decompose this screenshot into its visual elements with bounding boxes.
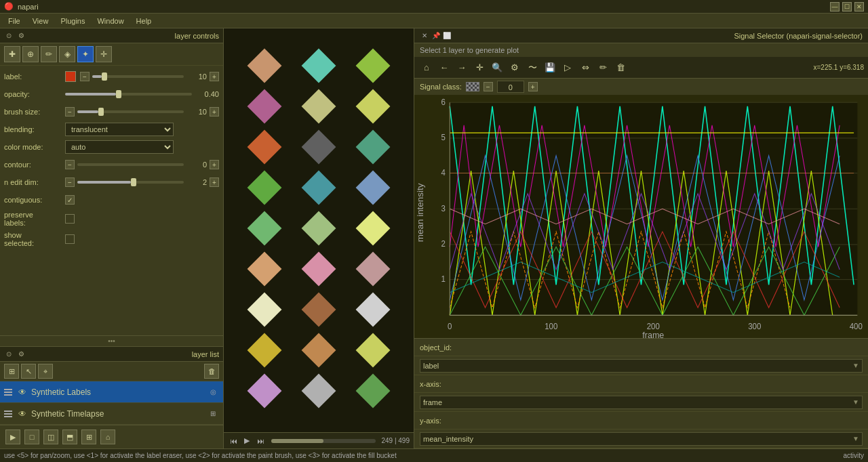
contiguous-label: contiguous: bbox=[4, 196, 65, 204]
x-axis-value-row: frame ▼ bbox=[414, 393, 868, 412]
label-plus[interactable]: + bbox=[210, 72, 219, 81]
brush-size-slider-track[interactable] bbox=[77, 110, 184, 113]
svg-rect-12 bbox=[302, 171, 336, 205]
layer-list-icon2[interactable]: ⚙ bbox=[16, 350, 26, 359]
menu-plugins[interactable]: Plugins bbox=[55, 16, 90, 26]
svg-text:300: 300 bbox=[748, 321, 762, 331]
x-axis-row: x-axis: bbox=[414, 375, 868, 393]
sig-draw-btn[interactable]: ✏ bbox=[595, 60, 611, 76]
layer-visibility-icon[interactable]: 👁 bbox=[16, 386, 28, 398]
label-color-swatch[interactable] bbox=[65, 71, 76, 82]
menu-file[interactable]: File bbox=[3, 16, 26, 26]
color-mode-select[interactable]: auto direct bbox=[65, 140, 174, 154]
brush-size-minus[interactable]: − bbox=[65, 107, 75, 117]
svg-text:2: 2 bbox=[441, 239, 446, 249]
svg-rect-11 bbox=[302, 130, 336, 165]
signal-class-row: Signal class: − 0 + bbox=[414, 79, 868, 95]
minimize-button[interactable]: — bbox=[830, 2, 840, 12]
contour-slider-track[interactable] bbox=[77, 163, 184, 166]
sig-settings-btn[interactable]: ⚙ bbox=[507, 60, 523, 76]
app-icon: 🔴 bbox=[4, 2, 14, 11]
signal-pin-icon[interactable]: 📌 bbox=[432, 32, 440, 39]
go-end-btn[interactable]: ⏭ bbox=[255, 436, 266, 446]
object-id-dropdown[interactable]: label ▼ bbox=[420, 359, 863, 373]
menu-window[interactable]: Window bbox=[92, 16, 129, 26]
contour-plus[interactable]: + bbox=[210, 160, 219, 169]
blending-row: blending: translucent opaque additive bbox=[4, 123, 219, 136]
menu-view[interactable]: View bbox=[27, 16, 54, 26]
opacity-label: opacity: bbox=[4, 90, 65, 98]
x-axis-dropdown[interactable]: frame ▼ bbox=[420, 396, 863, 409]
y-axis-dropdown[interactable]: mean_intensity ▼ bbox=[420, 432, 863, 446]
layer-item-synthetic-labels[interactable]: 👁 Synthetic Labels ◎ bbox=[0, 381, 223, 403]
layer-item-synthetic-timelapse[interactable]: 👁 Synthetic Timelapse ⊞ bbox=[0, 403, 223, 425]
object-id-value-row: label ▼ bbox=[414, 356, 868, 375]
menu-help[interactable]: Help bbox=[131, 16, 157, 26]
sig-pan-btn[interactable]: ✛ bbox=[471, 60, 488, 76]
console-btn[interactable]: ▶ bbox=[5, 429, 20, 444]
n-edit-dim-slider-track[interactable] bbox=[77, 181, 184, 184]
blending-select[interactable]: translucent opaque additive bbox=[65, 123, 174, 136]
select-message-text: Select 1 layer to generate plot bbox=[420, 46, 519, 54]
paint-tool[interactable]: ⊕ bbox=[22, 46, 39, 62]
search-icon[interactable]: ⊙ bbox=[4, 31, 14, 41]
n-edit-dim-plus[interactable]: + bbox=[210, 177, 219, 187]
signal-chart-svg: 6 5 4 3 2 1 0 100 200 300 400 frame mean… bbox=[414, 95, 868, 338]
svg-rect-6 bbox=[248, 293, 282, 327]
grid-btn[interactable]: ⊞ bbox=[81, 429, 96, 444]
fill-tool[interactable]: ◈ bbox=[59, 46, 75, 62]
contiguous-checkbox[interactable]: ✓ bbox=[65, 195, 75, 205]
go-start-btn[interactable]: ⏮ bbox=[228, 436, 239, 446]
canvas-view[interactable]: // shapes rendered inline below bbox=[224, 28, 414, 448]
signal-close-btn[interactable]: ✕ bbox=[420, 31, 429, 41]
progress-track[interactable] bbox=[271, 439, 376, 443]
coords-display: x=225.1 y=6.318 bbox=[813, 64, 864, 71]
maximize-button[interactable]: ☐ bbox=[842, 2, 852, 12]
contour-minus[interactable]: − bbox=[65, 160, 75, 169]
canvas-panel: // shapes rendered inline below bbox=[224, 28, 414, 448]
signal-maximize-icon[interactable]: ⬜ bbox=[443, 32, 451, 39]
expand-handle[interactable]: ••• bbox=[0, 335, 223, 346]
settings-icon[interactable]: ⚙ bbox=[16, 31, 26, 41]
n-edit-dim-label: n edit dim: bbox=[4, 178, 65, 186]
signal-class-minus[interactable]: − bbox=[484, 82, 493, 91]
close-button[interactable]: ✕ bbox=[854, 2, 864, 12]
point-tool[interactable]: ✦ bbox=[77, 46, 94, 62]
layer-grid-btn[interactable]: ⊞ bbox=[4, 364, 19, 379]
layer-visibility-icon-2[interactable]: 👁 bbox=[16, 408, 28, 420]
home-btn[interactable]: ⌂ bbox=[100, 429, 115, 444]
transform-tool[interactable]: ✚ bbox=[4, 46, 20, 62]
n-edit-dim-minus[interactable]: − bbox=[65, 177, 75, 187]
sig-back-btn[interactable]: ← bbox=[436, 60, 452, 76]
label-slider-track[interactable] bbox=[92, 75, 184, 78]
show-selected-checkbox[interactable] bbox=[65, 234, 75, 244]
layers-btn[interactable]: ◫ bbox=[43, 429, 58, 444]
svg-rect-7 bbox=[248, 333, 282, 368]
eyedropper-tool[interactable]: ✏ bbox=[41, 46, 57, 62]
y-axis-arrow: ▼ bbox=[852, 435, 859, 442]
rect-btn[interactable]: □ bbox=[24, 429, 39, 444]
sig-save-btn[interactable]: 💾 bbox=[542, 60, 558, 76]
signal-class-plus[interactable]: + bbox=[528, 82, 538, 91]
sig-forward-btn[interactable]: → bbox=[454, 60, 470, 76]
layer-lasso-btn[interactable]: ⌖ bbox=[38, 364, 53, 379]
sig-curve-btn[interactable]: 〜 bbox=[524, 60, 540, 76]
opacity-slider-track[interactable] bbox=[65, 93, 192, 96]
play-btn[interactable]: ▶ bbox=[241, 436, 252, 446]
move-tool[interactable]: ✛ bbox=[96, 46, 112, 62]
activity-label: activity bbox=[843, 452, 864, 459]
save-btn[interactable]: ⬒ bbox=[62, 429, 77, 444]
label-minus[interactable]: − bbox=[80, 72, 90, 81]
sig-delete-btn[interactable]: 🗑 bbox=[612, 60, 629, 76]
delete-layer-btn[interactable]: 🗑 bbox=[204, 364, 219, 379]
sig-home-btn[interactable]: ⌂ bbox=[418, 60, 435, 76]
layer-list-icon1[interactable]: ⊙ bbox=[4, 350, 14, 359]
sig-range-btn[interactable]: ⇔ bbox=[577, 60, 593, 76]
brush-size-plus[interactable]: + bbox=[210, 107, 219, 117]
sig-select-btn[interactable]: ▷ bbox=[559, 60, 576, 76]
contour-slider-container: − 0 + bbox=[65, 160, 219, 169]
layer-select-btn[interactable]: ↖ bbox=[21, 364, 36, 379]
sig-zoom-btn[interactable]: 🔍 bbox=[489, 60, 505, 76]
preserve-labels-checkbox[interactable] bbox=[65, 214, 75, 224]
window-controls: — ☐ ✕ bbox=[830, 2, 864, 12]
